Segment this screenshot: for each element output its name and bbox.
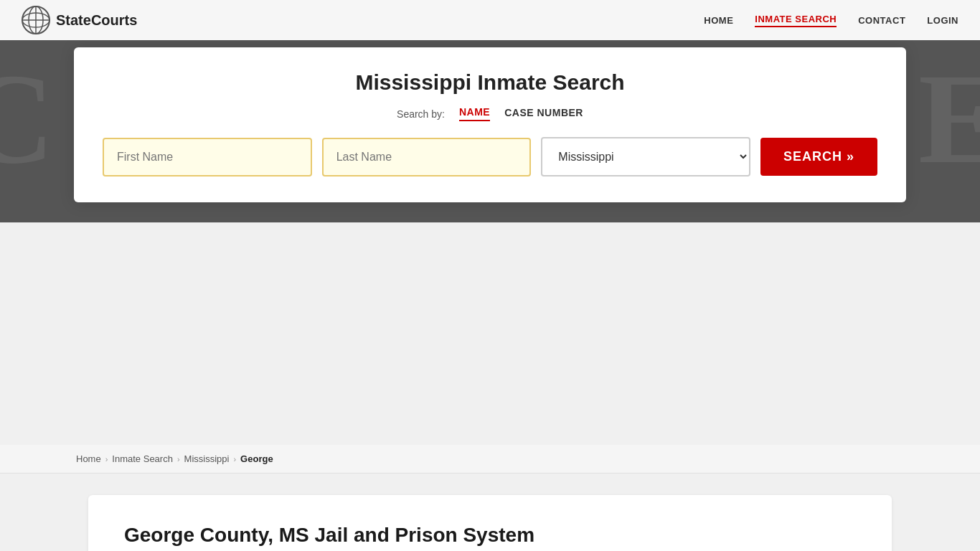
breadcrumb-home[interactable]: Home bbox=[76, 453, 101, 464]
logo-text: StateCourts bbox=[56, 12, 137, 29]
main-content: George County, MS Jail and Prison System… bbox=[74, 474, 906, 551]
tab-case-number[interactable]: CASE NUMBER bbox=[504, 107, 583, 121]
content-card: George County, MS Jail and Prison System… bbox=[88, 495, 892, 551]
state-select[interactable]: Mississippi Alabama Arkansas Louisiana T… bbox=[541, 137, 750, 176]
search-by-label: Search by: bbox=[397, 108, 445, 120]
breadcrumb-sep-2: › bbox=[177, 455, 180, 463]
navbar: StateCourts HOME INMATE SEARCH CONTACT L… bbox=[0, 0, 980, 40]
county-title: George County, MS Jail and Prison System bbox=[124, 524, 856, 547]
first-name-input[interactable] bbox=[103, 138, 312, 176]
nav-links: HOME INMATE SEARCH CONTACT LOGIN bbox=[704, 14, 958, 27]
logo-icon bbox=[22, 6, 50, 34]
search-fields-row: Mississippi Alabama Arkansas Louisiana T… bbox=[103, 137, 877, 176]
logo-area: StateCourts bbox=[22, 6, 704, 34]
last-name-input[interactable] bbox=[322, 138, 532, 176]
nav-contact[interactable]: CONTACT bbox=[858, 15, 905, 26]
hero-section: COURTHOUSE StateCourts HOME INMATE SEARC… bbox=[0, 0, 980, 222]
breadcrumb: Home › Inmate Search › Mississippi › Geo… bbox=[0, 445, 980, 474]
breadcrumb-state[interactable]: Mississippi bbox=[184, 453, 230, 464]
search-by-row: Search by: NAME CASE NUMBER bbox=[103, 106, 877, 121]
breadcrumb-sep-3: › bbox=[233, 455, 236, 463]
nav-home[interactable]: HOME bbox=[704, 15, 733, 26]
breadcrumb-sep-1: › bbox=[105, 455, 108, 463]
tab-name[interactable]: NAME bbox=[459, 106, 490, 121]
search-button[interactable]: SEARCH » bbox=[760, 138, 877, 176]
search-card-title: Mississippi Inmate Search bbox=[103, 70, 877, 95]
breadcrumb-current: George bbox=[240, 453, 273, 464]
search-card: Mississippi Inmate Search Search by: NAM… bbox=[74, 47, 906, 202]
breadcrumb-inmate-search[interactable]: Inmate Search bbox=[112, 453, 173, 464]
nav-inmate-search[interactable]: INMATE SEARCH bbox=[755, 14, 837, 27]
nav-login[interactable]: LOGIN bbox=[927, 15, 958, 26]
